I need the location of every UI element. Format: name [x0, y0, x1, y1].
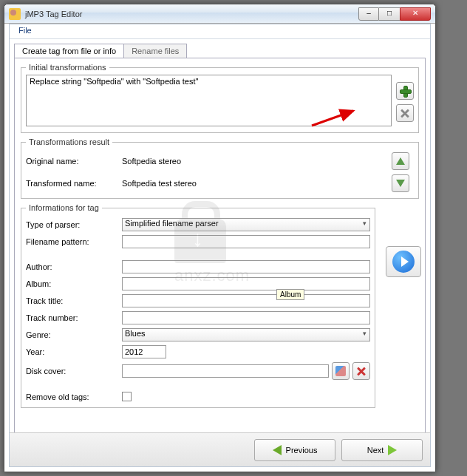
transformation-item[interactable]: Replace string "Softpedia" with "Softped…: [30, 77, 388, 86]
next-button[interactable]: Next: [341, 439, 423, 461]
edit-cover-button[interactable]: [332, 362, 350, 380]
arrow-right-icon: [388, 445, 397, 455]
next-label: Next: [367, 446, 384, 455]
play-button[interactable]: [386, 246, 421, 277]
year-label: Year:: [26, 347, 122, 356]
transformed-name-label: Transformed name:: [26, 179, 122, 188]
play-icon: [392, 251, 415, 273]
close-button[interactable]: ✕: [400, 7, 431, 21]
menubar: File: [10, 24, 430, 39]
transformed-name-value: Softpedia test stereo: [122, 179, 392, 188]
tab-strip: Create tag from file or info Rename file…: [14, 44, 426, 58]
track-title-input[interactable]: [122, 294, 370, 307]
genre-label: Genre:: [26, 330, 122, 339]
initial-transformations-group: Initial transformations Replace string "…: [21, 63, 419, 133]
remove-old-tags-checkbox[interactable]: [122, 392, 132, 401]
footer: Previous Next: [10, 432, 430, 466]
year-input[interactable]: [122, 345, 166, 358]
tab-rename-files[interactable]: Rename files: [123, 44, 187, 58]
arrow-down-icon: [396, 180, 405, 187]
pencil-icon: [335, 366, 346, 376]
original-name-label: Original name:: [26, 157, 122, 166]
author-input[interactable]: [122, 260, 370, 273]
parser-select[interactable]: Simplified filename parser: [122, 218, 370, 231]
parser-label: Type of parser:: [26, 220, 122, 229]
menu-file[interactable]: File: [14, 24, 36, 36]
tab-create-tag[interactable]: Create tag from file or info: [14, 44, 124, 58]
arrow-left-icon: [273, 445, 282, 455]
pattern-label: Filename pattern:: [26, 237, 122, 246]
tab-panel: Initial transformations Replace string "…: [14, 58, 426, 442]
x-icon: [400, 109, 409, 118]
previous-button[interactable]: Previous: [254, 439, 335, 461]
arrow-up-icon: [396, 157, 405, 165]
informations-legend: Informations for tag: [26, 203, 102, 212]
maximize-button[interactable]: □: [379, 7, 400, 21]
x-icon: [357, 367, 366, 375]
plus-icon: [400, 86, 410, 96]
add-transformation-button[interactable]: [396, 82, 414, 100]
minimize-button[interactable]: –: [358, 7, 379, 21]
album-label: Album:: [26, 279, 122, 288]
transformations-result-group: Transformations result Original name: So…: [21, 137, 419, 199]
window-controls: – □ ✕: [358, 7, 431, 21]
pattern-input[interactable]: [122, 235, 370, 248]
client-area: File Create tag from file or info Rename…: [9, 24, 431, 467]
app-icon: [9, 8, 21, 20]
disk-cover-label: Disk cover:: [26, 367, 122, 375]
transformations-list[interactable]: Replace string "Softpedia" with "Softped…: [26, 75, 392, 126]
move-up-button[interactable]: [392, 152, 409, 170]
track-number-label: Track number:: [26, 313, 122, 322]
move-down-button[interactable]: [392, 174, 409, 192]
initial-transformations-legend: Initial transformations: [26, 63, 109, 72]
track-number-input[interactable]: [122, 311, 370, 324]
previous-label: Previous: [286, 446, 318, 455]
informations-for-tag-group: Informations for tag Type of parser: Sim…: [21, 203, 375, 408]
window-title: jMP3 Tag Editor: [25, 10, 358, 18]
titlebar: jMP3 Tag Editor – □ ✕: [4, 4, 435, 24]
album-input[interactable]: [122, 277, 370, 290]
disk-cover-input[interactable]: [122, 364, 329, 378]
track-title-label: Track title:: [26, 296, 122, 305]
genre-select[interactable]: Blues: [122, 328, 370, 341]
app-window: jMP3 Tag Editor – □ ✕ File Create tag fr…: [4, 4, 436, 472]
remove-old-tags-label: Remove old tags:: [26, 392, 122, 401]
transformations-result-legend: Transformations result: [26, 137, 112, 146]
original-name-value: Softpedia stereo: [122, 157, 392, 166]
clear-cover-button[interactable]: [352, 362, 370, 380]
remove-transformation-button[interactable]: [396, 104, 414, 122]
author-label: Author:: [26, 262, 122, 271]
